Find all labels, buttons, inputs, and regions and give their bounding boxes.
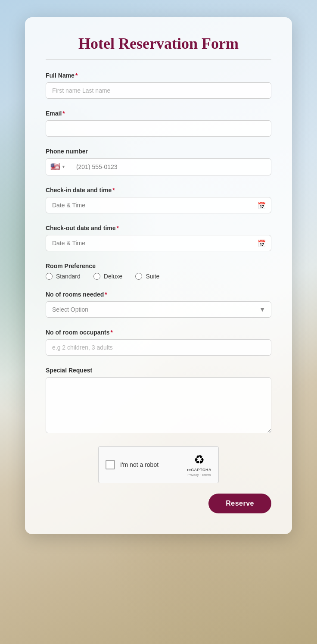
recaptcha-wrapper: I'm not a robot ♻ reCAPTCHA Privacy · Te…	[46, 446, 271, 483]
radio-deluxe[interactable]: Deluxe	[93, 273, 123, 280]
radio-deluxe-input[interactable]	[93, 273, 100, 280]
recaptcha-box: I'm not a robot ♻ reCAPTCHA Privacy · Te…	[98, 446, 219, 483]
checkout-input[interactable]	[46, 235, 271, 251]
checkin-input[interactable]	[46, 197, 271, 213]
radio-standard[interactable]: Standard	[46, 273, 81, 280]
phone-wrapper: 🇺🇸 ▼	[46, 158, 271, 175]
occupants-input[interactable]	[46, 339, 271, 356]
room-preference-radio-group: Standard Deluxe Suite	[46, 273, 271, 280]
checkout-group: Check-out date and time* 📅	[46, 225, 271, 251]
page-wrapper: Hotel Reservation Form Full Name* Email*…	[0, 0, 317, 560]
full-name-group: Full Name*	[46, 72, 271, 99]
radio-suite[interactable]: Suite	[135, 273, 159, 280]
radio-suite-input[interactable]	[135, 273, 142, 280]
occupants-group: No of room occupants*	[46, 329, 271, 356]
reserve-button[interactable]: Reserve	[208, 494, 271, 513]
email-group: Email*	[46, 110, 271, 137]
form-card: Hotel Reservation Form Full Name* Email*…	[25, 17, 292, 534]
checkin-datetime-wrapper: 📅	[46, 197, 271, 213]
special-request-label: Special Request	[46, 367, 271, 374]
title-divider	[46, 59, 271, 60]
special-request-group: Special Request	[46, 367, 271, 435]
room-preference-group: Room Preference Standard Deluxe Suite	[46, 263, 271, 280]
phone-label: Phone number	[46, 148, 271, 155]
flag-emoji: 🇺🇸	[50, 162, 60, 172]
email-label: Email*	[46, 110, 271, 117]
rooms-needed-select-wrapper: Select Option 1 2 3 4 5 ▼	[46, 301, 271, 318]
phone-group: Phone number 🇺🇸 ▼	[46, 148, 271, 175]
flag-dropdown-arrow: ▼	[62, 165, 65, 169]
rooms-needed-group: No of rooms needed* Select Option 1 2 3 …	[46, 291, 271, 318]
email-input[interactable]	[46, 120, 271, 137]
radio-deluxe-label: Deluxe	[104, 273, 123, 280]
radio-suite-label: Suite	[146, 273, 159, 280]
recaptcha-logo-icon: ♻	[194, 453, 205, 467]
room-preference-label: Room Preference	[46, 263, 271, 269]
recaptcha-brand: reCAPTCHA	[187, 468, 211, 472]
recaptcha-links: Privacy · Terms	[187, 473, 211, 477]
phone-flag-button[interactable]: 🇺🇸 ▼	[46, 159, 70, 175]
recaptcha-label: I'm not a robot	[120, 461, 158, 468]
phone-input[interactable]	[70, 159, 271, 175]
special-request-textarea[interactable]	[46, 377, 271, 433]
occupants-label: No of room occupants*	[46, 329, 271, 336]
checkin-group: Check-in date and time* 📅	[46, 187, 271, 213]
recaptcha-checkbox[interactable]	[106, 460, 115, 469]
recaptcha-right: ♻ reCAPTCHA Privacy · Terms	[187, 453, 211, 477]
recaptcha-left: I'm not a robot	[106, 460, 158, 469]
full-name-label: Full Name*	[46, 72, 271, 79]
form-title: Hotel Reservation Form	[46, 34, 271, 53]
full-name-input[interactable]	[46, 82, 271, 99]
checkin-label: Check-in date and time*	[46, 187, 271, 194]
form-footer: Reserve	[46, 494, 271, 513]
checkout-label: Check-out date and time*	[46, 225, 271, 231]
radio-standard-label: Standard	[56, 273, 81, 280]
checkout-datetime-wrapper: 📅	[46, 235, 271, 251]
rooms-needed-label: No of rooms needed*	[46, 291, 271, 298]
rooms-needed-select[interactable]: Select Option 1 2 3 4 5	[46, 301, 271, 318]
radio-standard-input[interactable]	[46, 273, 53, 280]
